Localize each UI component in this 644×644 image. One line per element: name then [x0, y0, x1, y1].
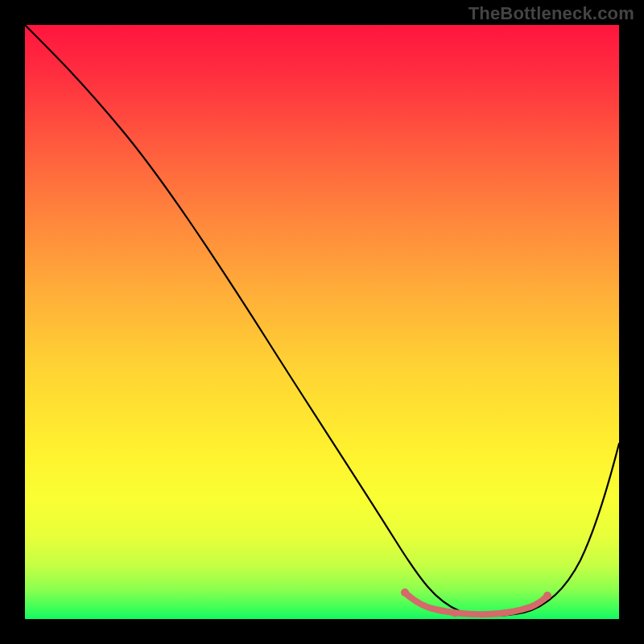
optimal-region-end-dot [543, 592, 551, 600]
optimal-region-mid-dot-3 [504, 611, 510, 617]
optimal-region-marker [405, 592, 547, 614]
plot-area [25, 25, 619, 619]
optimal-region-mid-dot-1 [452, 612, 458, 617]
watermark-label: TheBottleneck.com [469, 3, 634, 24]
chart-frame: TheBottleneck.com [0, 0, 644, 644]
optimal-region-mid-dot-2 [480, 613, 485, 618]
optimal-region-start-dot [401, 588, 409, 597]
curve-svg [25, 25, 619, 619]
bottleneck-curve [25, 25, 619, 616]
